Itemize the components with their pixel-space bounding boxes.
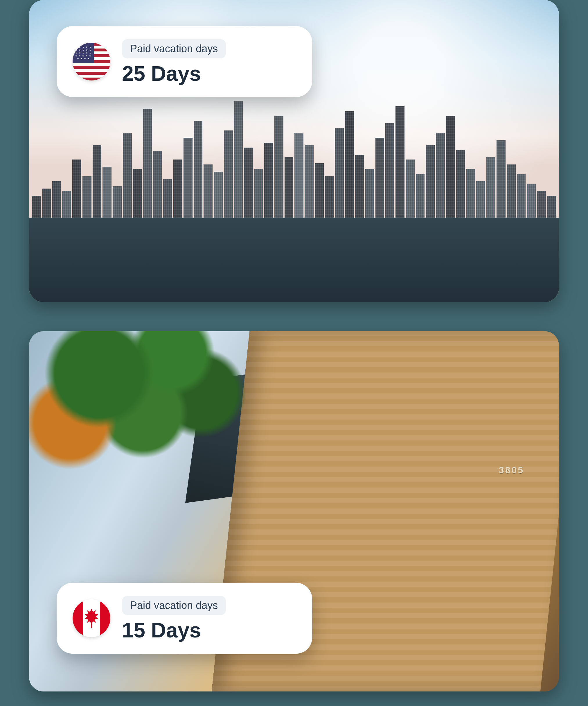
vacation-card-ca: 3805 Paid vacation days 15 Days (29, 331, 559, 692)
vacation-card-us: Paid vacation days 25 Days (29, 0, 559, 302)
pill-value: 25 Days (122, 63, 226, 84)
info-pill-ca: Paid vacation days 15 Days (57, 583, 312, 654)
info-pill-us: Paid vacation days 25 Days (57, 26, 312, 97)
pill-label: Paid vacation days (122, 39, 226, 58)
house-number: 3805 (499, 465, 524, 476)
flag-ca-icon (73, 599, 110, 637)
pill-label: Paid vacation days (122, 596, 226, 615)
flag-us-icon (73, 43, 110, 80)
pill-value: 15 Days (122, 620, 226, 641)
